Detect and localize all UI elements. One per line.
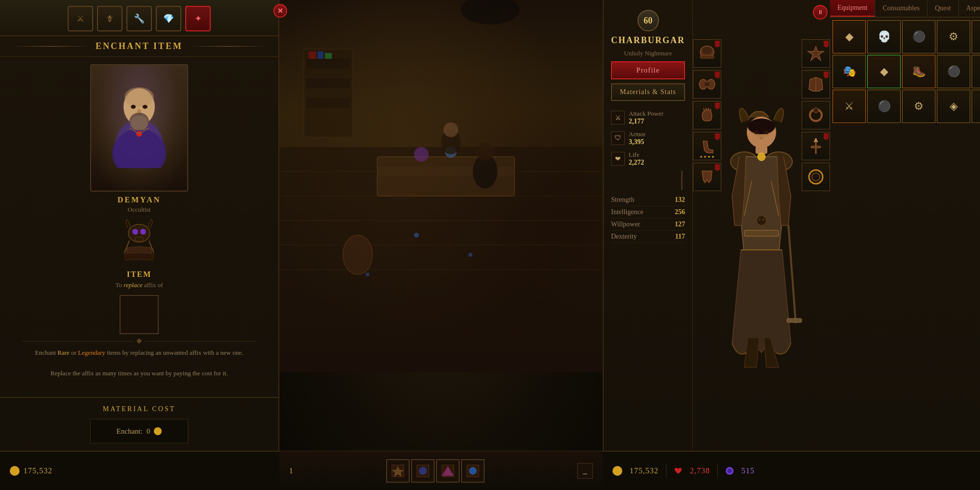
stat-row-life: ❤ Life 2,272: [611, 151, 685, 167]
armor-label: Armor: [629, 130, 646, 138]
svg-point-16: [140, 229, 146, 235]
chest-slot[interactable]: [802, 70, 830, 98]
item-slot[interactable]: [120, 295, 159, 334]
inv-slot-1-3[interactable]: ⚫: [902, 20, 935, 53]
tab-consumables[interactable]: Consumables: [875, 0, 927, 16]
svg-line-79: [788, 225, 796, 323]
hud-icon-1[interactable]: ⎯: [577, 463, 593, 479]
intelligence-label: Intelligence: [611, 208, 643, 216]
inv-slot-3-3[interactable]: ⚙: [902, 90, 935, 123]
svg-rect-40: [306, 59, 350, 69]
svg-point-35: [414, 233, 419, 238]
life-icon: ❤: [611, 152, 625, 166]
tab-aspects[interactable]: Aspects: [959, 0, 980, 16]
character-model-svg: [708, 108, 815, 382]
svg-point-53: [469, 467, 476, 474]
chest-icon: [807, 75, 825, 93]
inventory-tabs: Equipment Consumables Quest Aspects: [830, 0, 980, 18]
inv-slot-3-4[interactable]: ◈: [937, 90, 970, 123]
tab-equipment[interactable]: Equipment: [830, 0, 875, 17]
sword-toolbar-btn[interactable]: ⚔: [68, 6, 93, 31]
svg-point-89: [809, 170, 823, 184]
slot-item2-5: ⚙: [976, 59, 980, 84]
helmet-slot[interactable]: [693, 39, 721, 68]
svg-point-90: [812, 173, 820, 181]
separator-2: [717, 464, 718, 478]
slot-item4: ⚙: [941, 24, 966, 49]
divider-line-2: [145, 341, 256, 342]
gold-icon: [10, 466, 20, 476]
inv-slot-1-4[interactable]: ⚙: [937, 20, 970, 53]
inv-slot-2-1[interactable]: 🎭: [833, 55, 866, 88]
materials-stats-button[interactable]: Materials & Stats: [611, 83, 685, 101]
ring-slot-2[interactable]: [802, 163, 830, 191]
inv-slot-2-3[interactable]: 🥾: [902, 55, 935, 88]
svg-point-67: [754, 130, 759, 134]
shoulders-slot[interactable]: [693, 70, 721, 98]
inv-slot-3-5[interactable]: ⬟: [972, 90, 980, 123]
item-section: ITEM To replace affix of Enchant Rare or…: [7, 263, 271, 391]
inv-slot-3-2[interactable]: ⚫: [867, 90, 901, 123]
armor-icon: 🛡: [611, 131, 625, 145]
char-header: 60: [611, 7, 685, 31]
tab-quest[interactable]: Quest: [928, 0, 959, 16]
svg-point-36: [468, 253, 472, 257]
ability-slot-1[interactable]: [386, 459, 410, 483]
svg-point-4: [124, 87, 154, 107]
svg-rect-44: [318, 51, 323, 59]
strength-label: Strength: [611, 196, 634, 204]
ability-bar: [386, 459, 485, 483]
ability-slot-2[interactable]: [411, 459, 435, 483]
stat-row-attack: ⚔ Attack Power 2,177: [611, 110, 685, 125]
inv-slot-2-4[interactable]: ⚫: [937, 55, 970, 88]
inv-slot-1-1[interactable]: ◆: [833, 20, 866, 53]
dexterity-value: 117: [675, 233, 685, 241]
amulet-icon: [807, 45, 825, 62]
ability-slot-4[interactable]: [461, 459, 485, 483]
slot-item3-4: ◈: [941, 94, 966, 119]
svg-point-55: [702, 47, 712, 54]
mana-amount: 515: [741, 466, 755, 475]
strength-value: 132: [675, 196, 685, 204]
bookmark-icon-7: [824, 72, 829, 78]
right-panel: 60 CHARBURGAR Unholy Nightmare Profile M…: [603, 0, 980, 490]
gold-coin-icon: [154, 427, 162, 435]
pause-button[interactable]: ⏸: [813, 5, 828, 20]
slot-item3-1: ⚔: [837, 94, 861, 119]
attack-power-icon: ⚔: [611, 111, 625, 124]
crafting-toolbar: ⚔ 🗡 🔧 💎 ✦: [0, 0, 278, 36]
bookmark-icon-6: [824, 41, 829, 48]
inv-slot-1-2[interactable]: 💀: [867, 20, 901, 53]
inv-slot-1-5[interactable]: ○: [972, 20, 980, 53]
cost-box: Enchant: 0: [90, 419, 188, 443]
amulet-slot[interactable]: [802, 39, 830, 68]
svg-point-92: [728, 469, 732, 473]
svg-point-66: [748, 119, 775, 134]
enchant-toolbar-btn[interactable]: ✦: [185, 6, 211, 31]
inv-slot-2-2[interactable]: ◆: [867, 55, 901, 88]
weapon-slot[interactable]: [802, 132, 830, 160]
health-icon: [674, 466, 683, 475]
inv-slot-2-5[interactable]: ⚙: [972, 55, 980, 88]
inv-slot-3-1[interactable]: ⚔: [833, 90, 866, 123]
slot-ring1: ○: [976, 24, 980, 49]
ability-slot-3[interactable]: [436, 459, 460, 483]
enchant-label: Enchant:: [117, 427, 143, 436]
profile-button[interactable]: Profile: [611, 61, 685, 79]
attack-power-label: Attack Power: [629, 110, 663, 118]
sublabel-prefix: To: [116, 281, 124, 289]
svg-point-38: [343, 235, 372, 274]
enchant-header: ENCHANT ITEM: [0, 36, 278, 57]
char-info-panel: 60 CHARBURGAR Unholy Nightmare Profile M…: [604, 0, 693, 490]
svg-point-46: [461, 0, 519, 24]
craft-toolbar-btn[interactable]: 🔧: [126, 6, 152, 31]
gem-toolbar-btn[interactable]: 💎: [156, 6, 181, 31]
header-line-left: [10, 46, 91, 47]
close-button[interactable]: ✕: [273, 4, 287, 18]
dagger-toolbar-btn[interactable]: 🗡: [97, 6, 122, 31]
tab-consumables-label: Consumables: [882, 4, 919, 12]
pause-container: ⏸: [813, 5, 828, 20]
svg-point-76: [757, 216, 766, 225]
svg-point-85: [813, 108, 818, 113]
ring-slot-1[interactable]: [802, 101, 830, 129]
